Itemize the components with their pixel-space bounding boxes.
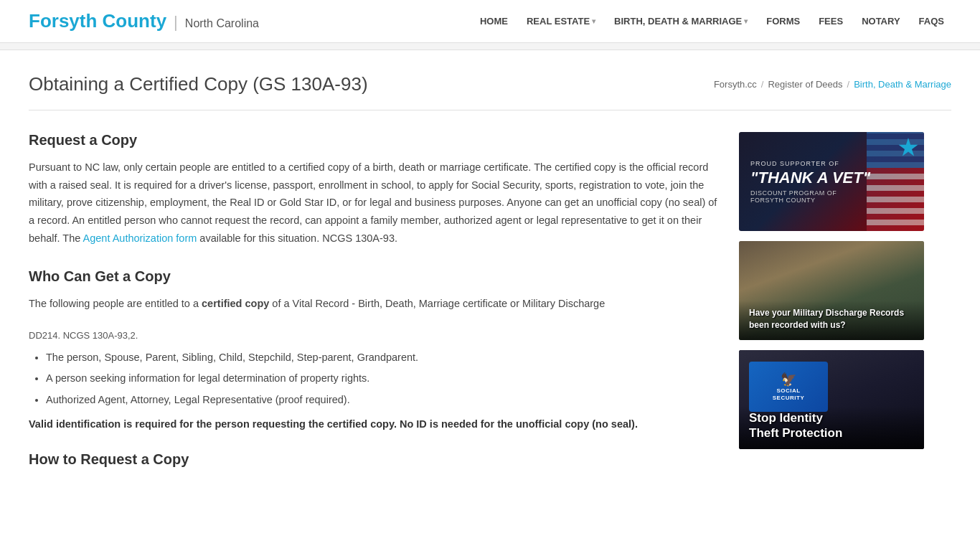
breadcrumb-sep-1: / (761, 79, 764, 90)
nav-real-estate[interactable]: REAL ESTATE ▾ (519, 11, 603, 31)
social-security-card-visual: 🦅 SOCIALSECURITY (749, 362, 828, 412)
section-sub-dd214: DD214. NCGS 130A-93,2. (29, 330, 717, 341)
main-layout: Request a Copy Pursuant to NC law, only … (0, 110, 980, 511)
flag-blue-decoration (867, 132, 924, 168)
logo-pipe: | (174, 13, 178, 32)
nav-home[interactable]: HOME (473, 11, 515, 31)
nav-fees[interactable]: FEES (811, 11, 850, 31)
logo-forsyth[interactable]: Forsyth County (29, 10, 166, 32)
nav-notary[interactable]: NOTARY (854, 11, 907, 31)
eagle-icon: 🦅 (781, 372, 796, 387)
breadcrumb-item-2: Register of Deeds (768, 79, 842, 90)
valid-id-notice: Valid identification is required for the… (29, 418, 717, 430)
quote-close: " (863, 169, 870, 187)
military-label: Have your Military Discharge Records bee… (749, 307, 914, 331)
identity-theft-label: Stop Identity Theft Protection (749, 411, 842, 441)
list-item-2: A person seeking information for legal d… (46, 369, 717, 389)
breadcrumb-sep-2: / (847, 79, 850, 90)
section-how-to-request: How to Request a Copy (29, 451, 717, 468)
nav-forms[interactable]: FORMS (759, 11, 807, 31)
agent-auth-link[interactable]: Agent Authorization form (83, 232, 197, 244)
section-body-2-intro: The following people are entitled to a c… (29, 295, 717, 313)
sidebar: PROUD SUPPORTER OF "THANK A VET" DISCOUN… (739, 132, 924, 489)
thank-a-vet-title-block: "THANK A VET" (750, 169, 870, 187)
sidebar-card-military[interactable]: Have your Military Discharge Records bee… (739, 241, 924, 340)
subheader-bar (0, 43, 980, 50)
section-heading-1: Request a Copy (29, 132, 717, 149)
breadcrumb-item-3[interactable]: Birth, Death & Marriage (854, 79, 951, 90)
forsyth-county-text: FORSYTH COUNTY (750, 197, 816, 204)
who-can-get-list: The person, Spouse, Parent, Sibling, Chi… (46, 348, 717, 410)
chevron-down-icon: ▾ (592, 17, 595, 25)
nav-faqs[interactable]: FAQS (912, 11, 951, 31)
main-nav: HOME REAL ESTATE ▾ BIRTH, DEATH & MARRIA… (473, 11, 951, 31)
quote-open: " (750, 169, 758, 187)
list-item-3: Authorized Agent, Attorney, Legal Repres… (46, 390, 717, 410)
social-security-text: SOCIALSECURITY (773, 387, 804, 402)
page-title: Obtaining a Certified Copy (GS 130A-93) (29, 73, 368, 95)
discount-program-text: DISCOUNT PROGRAM OF (750, 189, 837, 197)
site-header: Forsyth County | North Carolina HOME REA… (0, 0, 980, 43)
logo-nc: North Carolina (185, 17, 259, 30)
proud-supporter-text: PROUD SUPPORTER OF (750, 160, 839, 167)
chevron-down-icon: ▾ (744, 17, 748, 25)
list-item-1: The person, Spouse, Parent, Sibling, Chi… (46, 348, 717, 368)
breadcrumb-item-1: Forsyth.cc (714, 79, 757, 90)
nav-birth-death-marriage[interactable]: BIRTH, DEATH & MARRIAGE ▾ (607, 11, 755, 31)
sidebar-card-thank-vet[interactable]: PROUD SUPPORTER OF "THANK A VET" DISCOUN… (739, 132, 924, 231)
breadcrumb: Forsyth.cc / Register of Deeds / Birth, … (714, 79, 951, 90)
sidebar-card-identity[interactable]: 🦅 SOCIALSECURITY Stop Identity Theft Pro… (739, 350, 924, 449)
breadcrumb-row: Obtaining a Certified Copy (GS 130A-93) … (0, 50, 980, 110)
logo-area: Forsyth County | North Carolina (29, 10, 259, 32)
section-heading-3: How to Request a Copy (29, 451, 717, 468)
thank-a-vet-label: THANK A VET (758, 169, 862, 187)
section-who-can-get: Who Can Get a Copy The following people … (29, 268, 717, 430)
section-heading-2: Who Can Get a Copy (29, 268, 717, 285)
content-area: Request a Copy Pursuant to NC law, only … (29, 132, 717, 489)
section-request-copy: Request a Copy Pursuant to NC law, only … (29, 132, 717, 247)
section-body-1: Pursuant to NC law, only certain people … (29, 159, 717, 247)
